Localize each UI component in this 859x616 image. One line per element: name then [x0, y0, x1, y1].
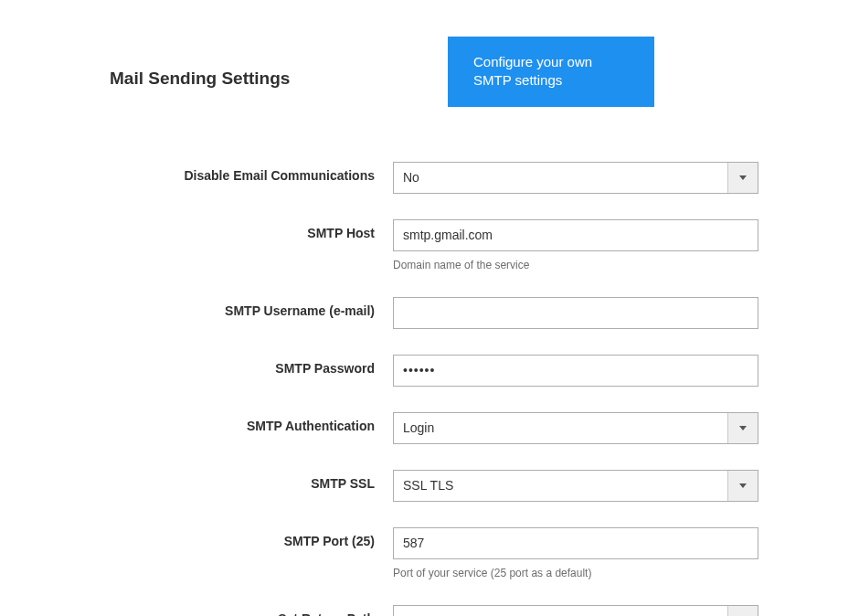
disable-email-label: Disable Email Communications [82, 162, 393, 183]
smtp-port-label: SMTP Port (25) [82, 527, 393, 548]
smtp-auth-select[interactable]: Login [393, 412, 758, 444]
smtp-ssl-value: SSL TLS [394, 471, 727, 501]
smtp-username-input[interactable] [393, 297, 758, 329]
smtp-host-input[interactable] [393, 219, 758, 251]
disable-email-select[interactable]: No [393, 162, 758, 194]
section-title: Mail Sending Settings [82, 37, 393, 89]
disable-email-value: No [394, 163, 727, 193]
smtp-ssl-label: SMTP SSL [82, 470, 393, 491]
smtp-host-help: Domain name of the service [393, 259, 758, 271]
smtp-port-input[interactable] [393, 527, 758, 559]
smtp-port-help: Port of your service (25 port as a defau… [393, 567, 758, 579]
configure-smtp-button[interactable]: Configure your own SMTP settings [448, 37, 654, 107]
chevron-down-icon [727, 606, 758, 617]
smtp-password-input[interactable] [393, 355, 758, 387]
chevron-down-icon [727, 471, 758, 501]
smtp-auth-label: SMTP Authentication [82, 412, 393, 433]
return-path-value: No [394, 606, 727, 617]
smtp-host-label: SMTP Host [82, 219, 393, 240]
return-path-label: Set Return-Path [82, 605, 393, 617]
return-path-select[interactable]: No [393, 605, 758, 617]
smtp-ssl-select[interactable]: SSL TLS [393, 470, 758, 502]
smtp-username-label: SMTP Username (e-mail) [82, 297, 393, 318]
smtp-auth-value: Login [394, 413, 727, 443]
chevron-down-icon [727, 163, 758, 193]
smtp-password-label: SMTP Password [82, 355, 393, 376]
chevron-down-icon [727, 413, 758, 443]
